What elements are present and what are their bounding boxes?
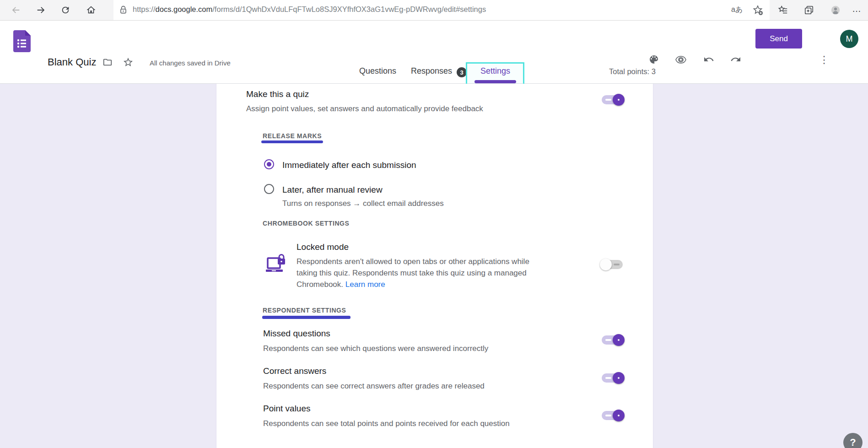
toggle-thumb [613,334,625,346]
locked-mode-description: Respondents aren't allowed to open tabs … [297,256,551,290]
locked-mode-laptop-icon [265,253,286,274]
quiz-toggle-title: Make this a quiz [246,89,309,99]
send-button[interactable]: Send [755,29,802,49]
forms-logo-icon[interactable] [13,30,31,52]
forms-header: Blank Quiz All changes saved in Drive Se… [0,21,868,84]
toggle-thumb [600,259,612,270]
saved-status: All changes saved in Drive [150,59,231,67]
more-options-icon[interactable]: ⋮ [819,54,829,66]
profile-avatar-icon[interactable] [830,5,841,15]
move-folder-icon[interactable] [102,57,113,67]
theme-palette-icon[interactable] [648,54,659,65]
responses-count-badge: 3 [457,67,467,77]
star-form-icon[interactable] [123,57,134,68]
toggle-thumb [613,372,625,384]
missed-questions-toggle[interactable] [602,335,623,345]
correct-answers-toggle[interactable] [602,373,623,383]
quiz-toggle-description: Assign point values, set answers and aut… [246,103,483,114]
respondent-settings-heading: RESPONDENT SETTINGS [263,307,346,314]
redo-icon[interactable] [730,54,741,65]
settings-tab-highlight-annotation [466,62,524,87]
total-points-label: Total points: 3 [609,67,656,76]
point-values-title: Point values [263,404,311,414]
correct-answers-title: Correct answers [263,366,326,376]
settings-card: Make this a quiz Assign point values, se… [216,84,653,448]
lock-icon [119,5,128,14]
correct-answers-description: Respondents can see correct answers afte… [263,380,485,392]
point-values-toggle[interactable] [602,411,623,420]
favorites-bar-icon[interactable] [778,5,788,15]
undo-icon[interactable] [703,54,714,65]
url-prefix: https:// [133,5,156,13]
respondent-settings-underline-annotation [262,316,350,319]
radio-later-sublabel: Turns on responses → collect email addre… [282,198,444,209]
address-bar[interactable]: https://docs.google.com/forms/d/1QwhDxVd… [113,0,770,20]
translate-icon[interactable]: aあ [731,5,743,15]
missed-questions-description: Respondents can see which questions were… [263,343,488,354]
tab-responses[interactable]: Responses [411,66,452,76]
url-text: https://docs.google.com/forms/d/1QwhDxVd… [133,5,486,14]
browser-toolbar: https://docs.google.com/forms/d/1QwhDxVd… [0,0,868,21]
home-icon[interactable] [86,5,96,15]
release-marks-heading: RELEASE MARKS [263,132,322,140]
locked-mode-toggle[interactable] [602,260,623,269]
make-quiz-toggle[interactable] [602,95,623,104]
chromebook-settings-heading: CHROMEBOOK SETTINGS [263,220,350,227]
point-values-description: Respondents can see total points and poi… [263,418,510,429]
forward-icon[interactable] [36,5,46,15]
back-icon[interactable] [11,5,21,15]
locked-mode-title: Locked mode [297,242,349,252]
form-title[interactable]: Blank Quiz [48,56,96,68]
radio-immediately[interactable] [264,159,274,169]
toggle-thumb [613,410,625,421]
preview-eye-icon[interactable] [675,54,686,65]
refresh-icon[interactable] [60,5,70,15]
locked-mode-description-text: Respondents aren't allowed to open tabs … [297,257,529,289]
radio-later[interactable] [264,184,274,194]
add-favorite-icon[interactable] [752,5,763,16]
radio-immediately-label[interactable]: Immediately after each submission [282,160,416,170]
collections-icon[interactable] [804,5,814,15]
missed-questions-title: Missed questions [263,329,330,339]
url-domain: docs.google.com [156,5,213,13]
browser-menu-icon[interactable]: … [852,4,861,14]
learn-more-link[interactable]: Learn more [345,280,385,289]
release-marks-underline-annotation [261,140,323,143]
settings-page: Make this a quiz Assign point values, se… [0,84,868,448]
tab-questions[interactable]: Questions [359,66,396,76]
radio-later-label[interactable]: Later, after manual review [282,185,383,195]
toggle-thumb [613,94,625,106]
account-avatar[interactable]: M [840,30,858,48]
url-path: /forms/d/1QwhDxVduLFqFTwLo8SJ9XYfhfOX3aG… [212,5,486,13]
